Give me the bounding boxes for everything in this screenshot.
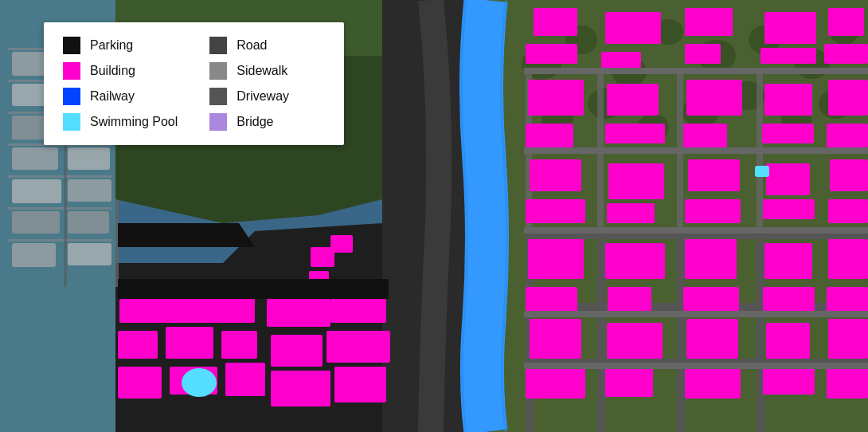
svg-rect-24: [68, 211, 109, 234]
svg-rect-86: [528, 239, 584, 279]
legend-item-driveway: Driveway: [209, 88, 324, 105]
svg-rect-59: [601, 52, 641, 68]
svg-rect-70: [686, 80, 742, 116]
svg-rect-128: [524, 227, 868, 234]
svg-rect-8: [8, 207, 111, 210]
sidewalk-swatch: [209, 62, 227, 80]
svg-rect-118: [334, 367, 386, 403]
svg-rect-95: [827, 287, 868, 315]
svg-rect-106: [119, 299, 255, 323]
svg-rect-91: [683, 287, 739, 311]
svg-rect-97: [526, 367, 585, 399]
svg-rect-46: [597, 231, 605, 432]
parking-swatch: [63, 37, 80, 54]
legend-item-road: Road: [209, 37, 324, 54]
bridge-swatch: [209, 113, 227, 131]
svg-rect-25: [68, 243, 111, 265]
svg-rect-76: [530, 159, 581, 191]
svg-rect-99: [605, 367, 653, 397]
svg-rect-85: [828, 199, 868, 223]
svg-rect-112: [225, 363, 265, 396]
svg-rect-117: [271, 371, 330, 406]
svg-rect-87: [526, 287, 577, 315]
svg-rect-94: [828, 239, 868, 279]
svg-rect-9: [8, 239, 111, 242]
legend: Parking Road Building Sidewalk Railway D…: [44, 22, 344, 145]
svg-point-122: [182, 368, 217, 397]
svg-rect-129: [524, 311, 868, 317]
svg-rect-60: [685, 8, 733, 36]
svg-rect-110: [118, 367, 162, 399]
svg-rect-123: [755, 166, 769, 177]
svg-rect-61: [685, 44, 721, 64]
svg-rect-81: [685, 199, 741, 223]
svg-rect-58: [605, 12, 661, 44]
legend-item-parking: Parking: [63, 37, 178, 54]
svg-rect-18: [12, 243, 56, 267]
svg-rect-96: [530, 319, 581, 359]
svg-rect-77: [526, 199, 585, 223]
driveway-label: Driveway: [237, 89, 289, 104]
svg-rect-80: [688, 159, 740, 191]
road-swatch: [209, 37, 227, 54]
building-label: Building: [90, 64, 135, 78]
svg-rect-90: [685, 239, 737, 279]
svg-rect-15: [12, 147, 58, 170]
svg-rect-84: [830, 159, 868, 191]
svg-rect-89: [608, 287, 651, 311]
svg-rect-104: [828, 319, 868, 359]
svg-rect-7: [8, 175, 111, 178]
svg-rect-74: [828, 80, 868, 116]
svg-rect-66: [528, 80, 584, 116]
svg-rect-65: [824, 44, 868, 64]
svg-rect-75: [827, 124, 868, 147]
building-swatch: [63, 62, 80, 80]
svg-rect-16: [12, 179, 61, 203]
svg-rect-83: [763, 199, 815, 219]
svg-rect-93: [763, 287, 815, 311]
svg-rect-114: [271, 335, 323, 367]
railway-label: Railway: [90, 89, 135, 104]
svg-rect-63: [760, 48, 816, 64]
svg-rect-108: [166, 327, 213, 359]
svg-rect-120: [330, 235, 353, 253]
svg-marker-125: [118, 223, 255, 247]
svg-rect-126: [524, 68, 868, 74]
svg-rect-17: [12, 211, 60, 234]
svg-rect-82: [766, 163, 810, 195]
svg-rect-113: [267, 299, 330, 327]
svg-rect-23: [68, 179, 111, 202]
svg-rect-72: [764, 84, 812, 116]
svg-rect-22: [68, 147, 110, 170]
svg-rect-78: [608, 163, 664, 199]
svg-rect-48: [757, 231, 764, 432]
svg-rect-68: [607, 84, 659, 116]
svg-rect-67: [526, 124, 573, 147]
svg-rect-69: [605, 124, 665, 143]
svg-rect-92: [764, 243, 812, 279]
legend-item-railway: Railway: [63, 88, 178, 105]
svg-rect-100: [686, 319, 738, 359]
svg-rect-130: [524, 363, 868, 369]
svg-rect-73: [762, 124, 814, 143]
svg-rect-109: [221, 331, 257, 359]
svg-rect-127: [524, 147, 868, 154]
legend-item-building: Building: [63, 62, 178, 80]
svg-rect-56: [534, 8, 577, 36]
bridge-label: Bridge: [237, 115, 273, 129]
svg-rect-116: [326, 331, 390, 363]
road-label: Road: [237, 38, 267, 53]
svg-rect-124: [118, 279, 389, 299]
svg-rect-57: [526, 44, 577, 64]
svg-rect-47: [677, 231, 685, 432]
svg-rect-64: [828, 8, 864, 36]
sidewalk-label: Sidewalk: [237, 64, 287, 78]
parking-label: Parking: [90, 38, 133, 53]
legend-item-swimming-pool: Swimming Pool: [63, 113, 178, 131]
svg-rect-103: [763, 367, 815, 395]
svg-rect-62: [764, 12, 816, 44]
svg-rect-79: [607, 203, 655, 223]
driveway-swatch: [209, 88, 227, 105]
swimming-pool-label: Swimming Pool: [90, 115, 178, 129]
legend-item-sidewalk: Sidewalk: [209, 62, 324, 80]
